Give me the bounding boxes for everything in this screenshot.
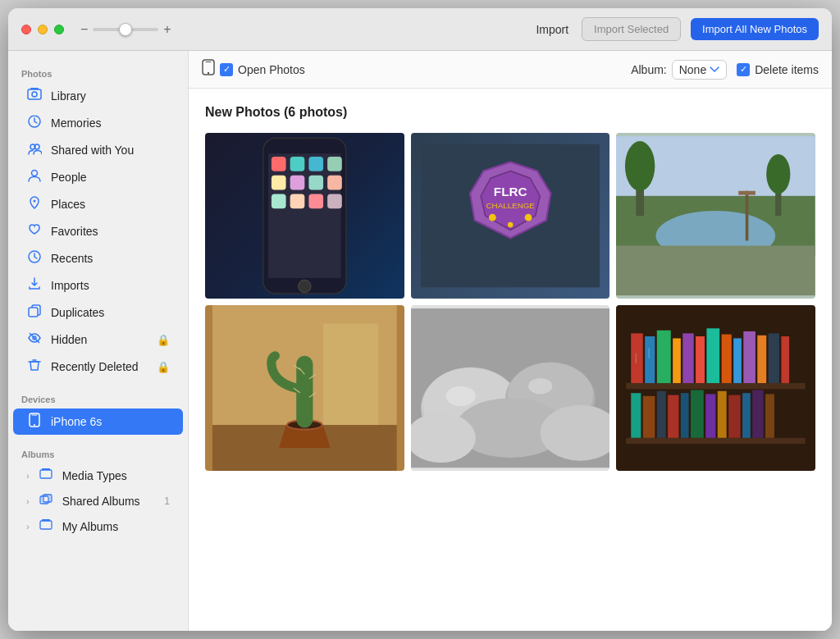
hidden-label: Hidden xyxy=(51,333,87,346)
media-types-icon xyxy=(38,468,54,484)
import-label: Import xyxy=(536,23,568,36)
svg-rect-8 xyxy=(29,308,38,317)
svg-rect-25 xyxy=(268,153,340,278)
photo-cell-1[interactable] xyxy=(205,133,404,299)
svg-rect-30 xyxy=(272,176,286,190)
open-photos-checkbox[interactable]: ✓ xyxy=(220,63,233,76)
svg-rect-31 xyxy=(290,176,305,190)
svg-rect-85 xyxy=(707,329,720,384)
delete-items-checkbox[interactable]: ✓ xyxy=(737,63,750,76)
sidebar-item-library[interactable]: Library xyxy=(13,83,183,109)
sidebar-item-recently-deleted[interactable]: Recently Deleted 🔒 xyxy=(13,354,183,380)
svg-rect-0 xyxy=(28,89,41,99)
svg-rect-53 xyxy=(746,191,749,241)
svg-rect-14 xyxy=(40,470,52,478)
svg-rect-87 xyxy=(734,339,742,384)
iphone-icon xyxy=(26,413,43,431)
svg-rect-100 xyxy=(728,395,741,438)
titlebar: − + Import Import Selected Import All Ne… xyxy=(8,8,832,51)
sidebar-item-favorites[interactable]: Favorites xyxy=(13,218,183,244)
svg-rect-92 xyxy=(632,393,641,438)
album-area: Album: None xyxy=(631,60,727,80)
photos-section-label: Photos xyxy=(8,64,188,82)
svg-rect-19 xyxy=(40,521,52,529)
iphone6s-label: iPhone 6s xyxy=(51,415,102,428)
device-phone-icon xyxy=(202,59,215,80)
imports-label: Imports xyxy=(51,279,89,292)
places-label: Places xyxy=(51,198,85,211)
svg-point-75 xyxy=(528,378,552,394)
open-photos-label: Open Photos xyxy=(238,63,305,76)
sidebar-item-memories[interactable]: Memories xyxy=(13,110,183,136)
content-area: ✓ Open Photos Album: None ✓ Delete items xyxy=(189,51,832,631)
minimize-button[interactable] xyxy=(38,25,48,34)
sidebar-item-recents[interactable]: Recents xyxy=(13,245,183,272)
svg-rect-97 xyxy=(691,390,704,438)
svg-point-43 xyxy=(524,214,532,221)
svg-rect-57 xyxy=(323,324,378,426)
people-icon xyxy=(26,168,43,186)
photo-cell-2[interactable]: FLRC CHALLENGE xyxy=(411,133,610,299)
sidebar-item-media-types[interactable]: › Media Types xyxy=(13,463,183,488)
photos-section-heading: New Photos (6 photos) xyxy=(205,105,815,120)
sidebar-item-hidden[interactable]: Hidden 🔒 xyxy=(13,326,183,353)
photo-cell-6[interactable] xyxy=(616,305,815,471)
memories-label: Memories xyxy=(51,116,101,130)
svg-rect-29 xyxy=(327,157,342,171)
photo-cell-4[interactable] xyxy=(205,305,404,471)
shared-albums-badge: 1 xyxy=(164,495,170,507)
sidebar-item-people[interactable]: People xyxy=(13,164,183,190)
sidebar-item-duplicates[interactable]: Duplicates xyxy=(13,299,183,326)
sidebar-item-iphone6s[interactable]: iPhone 6s xyxy=(13,409,183,435)
svg-rect-94 xyxy=(657,391,666,438)
svg-rect-28 xyxy=(308,157,323,171)
svg-rect-86 xyxy=(722,335,732,383)
photo-cell-3[interactable] xyxy=(616,133,815,299)
svg-rect-91 xyxy=(782,336,790,383)
albums-section-label: Albums xyxy=(8,445,188,463)
zoom-slider[interactable] xyxy=(93,28,158,31)
photo-cell-5[interactable] xyxy=(411,305,610,471)
photos-grid: FLRC CHALLENGE xyxy=(205,133,815,471)
sidebar-item-shared-with-you[interactable]: Shared with You xyxy=(13,137,183,163)
svg-rect-78 xyxy=(626,438,805,444)
sidebar-item-places[interactable]: Places xyxy=(13,191,183,217)
svg-rect-101 xyxy=(742,393,751,438)
maximize-button[interactable] xyxy=(54,25,64,34)
svg-text:CHALLENGE: CHALLENGE xyxy=(486,201,535,210)
svg-rect-37 xyxy=(327,194,342,209)
content-toolbar: ✓ Open Photos Album: None ✓ Delete items xyxy=(189,51,832,89)
svg-rect-33 xyxy=(327,176,342,190)
shared-with-you-icon xyxy=(26,141,43,159)
svg-text:FLRC: FLRC xyxy=(494,185,527,199)
sidebar-item-imports[interactable]: Imports xyxy=(13,272,183,299)
delete-items-label: Delete items xyxy=(755,63,819,76)
svg-rect-35 xyxy=(290,194,305,209)
sidebar: Photos Library xyxy=(8,51,189,631)
sidebar-item-my-albums[interactable]: › My Albums xyxy=(13,514,183,539)
hidden-icon xyxy=(26,331,43,349)
photos-grid-area: New Photos (6 photos) xyxy=(189,89,832,631)
album-label: Album: xyxy=(631,63,667,76)
my-albums-label: My Albums xyxy=(62,520,118,533)
recently-deleted-icon xyxy=(26,358,43,376)
svg-rect-89 xyxy=(758,335,767,383)
zoom-slider-area: − + xyxy=(80,22,171,37)
recents-icon xyxy=(26,249,43,267)
svg-rect-95 xyxy=(668,395,678,438)
import-selected-button[interactable]: Import Selected xyxy=(582,17,681,41)
svg-rect-27 xyxy=(290,157,305,171)
svg-rect-20 xyxy=(42,519,50,521)
duplicates-icon xyxy=(26,304,43,322)
svg-point-44 xyxy=(508,222,514,228)
close-button[interactable] xyxy=(21,25,31,34)
svg-rect-99 xyxy=(718,391,727,438)
svg-point-23 xyxy=(208,72,209,74)
devices-section-label: Devices xyxy=(8,390,188,408)
sidebar-item-shared-albums[interactable]: › Shared Albums 1 xyxy=(13,489,183,513)
svg-rect-79 xyxy=(632,334,644,384)
library-icon xyxy=(26,87,43,105)
import-all-button[interactable]: Import All New Photos xyxy=(691,18,819,40)
svg-rect-81 xyxy=(657,331,671,383)
album-select[interactable]: None xyxy=(672,60,727,80)
